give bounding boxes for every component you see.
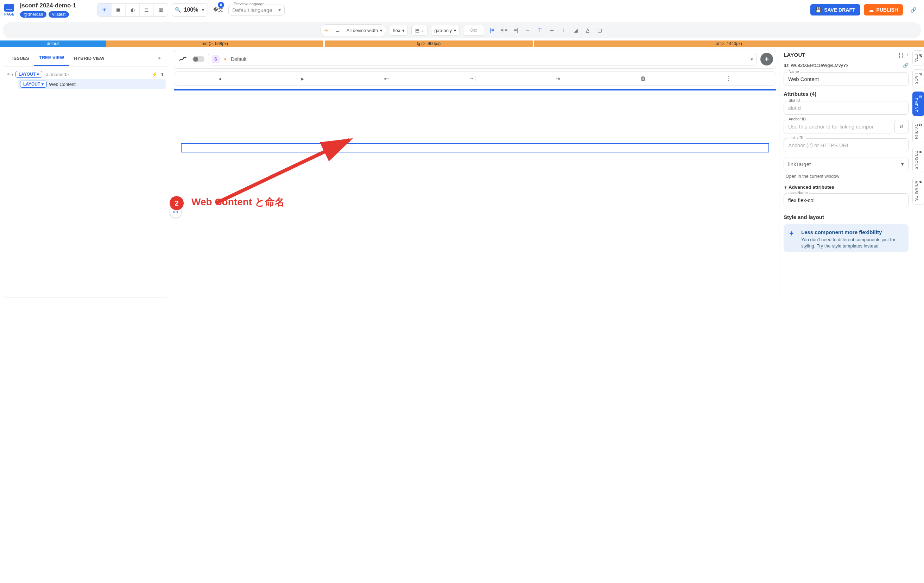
align-middle-icon[interactable]: ┼ [548,28,556,33]
justify-center-icon[interactable]: ≡|≡ [500,28,508,33]
gap-mode-select[interactable]: gap-only ▾ [431,25,460,36]
device-width-select[interactable]: All device width ▾ [343,28,386,33]
preview-language-value: Default language [232,7,272,13]
bp-md[interactable]: md (>=568px) [106,40,323,47]
zoom-control[interactable]: 🔍 100% ▼ [172,3,208,17]
preview-language-select[interactable]: Preview language Default language ▾ [228,5,285,15]
chip-version[interactable]: v:latest [49,11,69,18]
align-bottom-icon[interactable]: ⊥ [559,28,568,33]
preview-button[interactable]: ▣ [112,3,125,16]
link-target-value: linkTarget [788,161,811,167]
border-icon[interactable]: ▢ [596,28,604,33]
tree-child-row[interactable]: LAYOUT▾ Web Content [18,79,166,89]
rail-tab-meta[interactable]: META [912,50,924,66]
id-value: W682tXEHtC1eWgvLMvyYx [790,63,848,68]
slot-id-field: Slot ID [784,101,909,115]
gap-value-input[interactable] [463,25,484,36]
list-icon: ☰ [144,7,149,13]
grid-toggle-button[interactable]: ▦ [154,3,168,16]
light-mode-button[interactable]: ☀ [97,3,112,16]
sun-icon[interactable]: ☀ [320,28,332,33]
chevron-down-icon: ▾ [901,161,904,167]
chevron-right-icon[interactable]: › [907,52,909,58]
rail-tab-dry-run[interactable]: DRY-RUN [912,120,924,143]
justify-stretch-icon[interactable]: ↔ [523,28,532,33]
translate-button[interactable]: �文 0 [211,3,225,17]
tab-hybrid-view[interactable]: HYBRID VIEW [69,51,109,66]
next-button[interactable]: ▸ [299,74,307,83]
inspector-header: LAYOUT { } › [784,50,909,63]
selected-element-box[interactable] [181,143,769,152]
layout-chip[interactable]: LAYOUT▾ [20,81,47,88]
prev-button[interactable]: ◂ [216,74,224,83]
attributes-heading: Attributes (4) [784,91,909,97]
tab-issues[interactable]: ISSUES [7,51,34,66]
rail-tab-versions[interactable]: VERSIONS [912,147,924,173]
name-field: Name [784,72,909,86]
globe-icon: ◐ [130,7,135,13]
main: ISSUES TREE VIEW HYBRID VIEW ⌖ ▾ LAYOUT▾… [0,47,924,300]
bp-lg[interactable]: lg (>=960px) [325,40,533,47]
display-select[interactable]: flex ▾ [390,25,408,36]
rail-tab-variables[interactable]: VARIABLES [912,177,924,205]
id-row: ID: W682tXEHtC1eWgvLMvyYx 🔗 [784,63,909,68]
translate-count: 0 [218,2,224,8]
freehand-icon[interactable] [177,55,189,63]
chevron-down-icon: ▾ [41,82,44,87]
chevron-down-icon: ▾ [751,56,753,62]
indent-button[interactable]: →| [466,74,478,83]
publish-button[interactable]: ☁ PUBLISH [864,4,903,15]
name-label: Name [787,69,800,74]
canvas-style-bar: S ✦ Default ▾ + [174,50,776,69]
info-body: You don't need to different components j… [801,236,904,249]
view-toolbar: ☀ ▣ ◐ ☰ ▦ [97,3,168,17]
save-draft-button[interactable]: 💾 SAVE DRAFT [810,4,860,15]
delete-button[interactable]: 🗑 [638,74,649,83]
more-button[interactable]: ⋮ [723,74,734,83]
classname-input[interactable] [784,193,909,207]
tab-tree-view[interactable]: TREE VIEW [34,50,69,66]
bp-xl[interactable]: xl (>=1440px) [534,40,924,47]
direction-select[interactable]: ▤↓ [411,25,427,36]
style-template-select[interactable]: S ✦ Default ▾ [208,53,757,66]
bp-default[interactable]: default [0,40,106,47]
sparkle-icon: ✦ [789,229,797,249]
outdent-button[interactable]: ⇤ [381,74,392,83]
fill-color-icon[interactable]: ◢ [571,28,580,33]
rail-tab-element[interactable]: ELEMENT [912,91,924,116]
copy-link-button[interactable]: 🔗 [903,63,909,68]
anchor-id-input[interactable] [784,120,892,134]
info-title: Less component more flexibility [801,229,904,235]
device-icon[interactable]: ▭ [332,28,343,33]
info-box: ✦ Less component more flexibility You do… [784,224,909,252]
align-top-icon[interactable]: ⊤ [536,28,544,33]
chevron-down-icon: ▾ [278,7,281,13]
inspector-title: LAYOUT [784,52,805,58]
name-input[interactable] [784,72,909,86]
tree-root-row[interactable]: ▾ LAYOUT▾ <unnamed> ⚡ 1 [5,69,166,79]
text-color-icon[interactable]: A [583,28,592,33]
advanced-attributes-heading[interactable]: Advanced attributes [784,185,909,190]
link-url-input[interactable] [784,138,909,152]
layout-chip[interactable]: LAYOUT▾ [15,71,42,78]
copy-anchor-button[interactable]: ⧉ [894,120,909,134]
link-target-select[interactable]: linkTarget ▾ [784,157,909,171]
list-toggle-button[interactable]: ☰ [140,3,154,16]
justify-start-icon[interactable]: |≡ [488,28,496,33]
link-icon: 🔗 [910,7,916,13]
collapse-icon[interactable]: ▾ [12,73,13,76]
add-style-button[interactable]: + [761,53,773,66]
locate-button[interactable]: ⌖ [155,53,163,64]
chip-scope[interactable]: @:mercari [20,11,47,18]
justify-end-icon[interactable]: ≡| [512,28,520,33]
device-pill: ☀ ▭ All device width ▾ [320,24,387,36]
globe-button[interactable]: ◐ [125,3,140,16]
canvas[interactable]: 2 Web Content と命名 <> [174,89,776,286]
style-template-name: Default [231,56,246,62]
freehand-toggle[interactable] [193,56,205,62]
rail-tab-flags[interactable]: FLAGS [912,69,924,88]
share-link-button[interactable]: 🔗 [906,3,920,17]
braces-icon[interactable]: { } [899,52,903,58]
wrap-button[interactable]: ⇥ [553,74,563,83]
slot-id-input[interactable] [784,101,909,115]
